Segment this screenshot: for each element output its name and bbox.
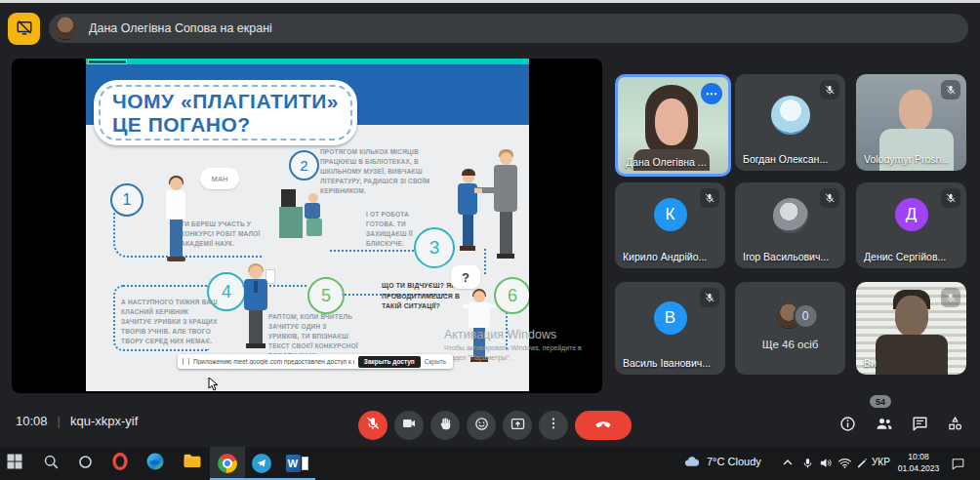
step-text-1: ТИ БЕРЕШ УЧАСТЬ У КОНКУРСІ РОБІТ МАЛОЇ А… bbox=[181, 220, 266, 249]
overflow-avatar-2: 0 bbox=[793, 303, 818, 329]
participant-name: Ігор Васильович... bbox=[743, 251, 829, 262]
participant-tile-self[interactable]: Ви bbox=[856, 282, 966, 375]
stop-sharing-button[interactable]: Закрыть доступ bbox=[358, 356, 421, 368]
weather-cloud-icon bbox=[683, 454, 701, 471]
participant-name: Василь Іванович... bbox=[623, 357, 711, 369]
more-vertical-icon bbox=[546, 416, 561, 435]
emoji-icon bbox=[473, 416, 490, 436]
avatar bbox=[773, 198, 808, 233]
participant-name: Дана Олегівна ... bbox=[626, 156, 707, 168]
share-notice-icon bbox=[183, 358, 189, 365]
step-text-3: І ОТ РОБОТА ГОТОВА. ТИ ЗАХИЩАЄШ ЇЇ БЛИСК… bbox=[366, 210, 436, 249]
cortana-icon bbox=[77, 454, 94, 474]
hide-notice-button[interactable]: Скрыть bbox=[425, 358, 448, 365]
shared-screen-stage: ЧОМУ «ПЛАГІАТИТИ» ЦЕ ПОГАНО? 1 2 3 4 5 6… bbox=[12, 59, 602, 393]
chat-icon bbox=[911, 415, 929, 437]
cortana-button[interactable] bbox=[72, 451, 98, 476]
separator: | bbox=[58, 414, 61, 428]
taskbar-opera-button[interactable] bbox=[107, 451, 133, 476]
participant-name: Денис Сергійов... bbox=[864, 251, 946, 262]
tray-expand-chevron[interactable] bbox=[779, 454, 796, 471]
windows-logo-icon bbox=[7, 454, 22, 473]
reactions-button[interactable] bbox=[467, 411, 496, 440]
tile-menu-button[interactable]: ⋯ bbox=[701, 83, 722, 104]
tray-pen-icon[interactable] bbox=[853, 454, 871, 471]
opera-icon bbox=[110, 452, 130, 475]
mic-off-icon bbox=[700, 288, 719, 307]
taskbar-telegram-button[interactable] bbox=[249, 451, 274, 476]
presenting-banner-text: Дана Олегівна Сопова на екрані bbox=[89, 21, 272, 35]
participant-tile-denys[interactable]: Д Денис Сергійов... bbox=[856, 182, 966, 268]
action-center-icon[interactable] bbox=[949, 455, 966, 472]
camera-icon bbox=[401, 416, 417, 435]
tray-mic-icon[interactable] bbox=[798, 454, 816, 471]
screen-share-off-icon bbox=[16, 19, 33, 40]
participant-name: Ви bbox=[864, 357, 877, 369]
taskbar-edge-button[interactable] bbox=[143, 451, 168, 476]
dotted-path bbox=[330, 250, 414, 254]
start-button[interactable] bbox=[2, 451, 27, 476]
hand-icon bbox=[438, 417, 453, 435]
question-bubble: ? bbox=[451, 265, 480, 289]
participant-tile-vasyl[interactable]: В Василь Іванович... bbox=[615, 282, 725, 375]
illustration-computer-desk bbox=[279, 185, 330, 242]
language-indicator[interactable]: УКР bbox=[872, 457, 890, 467]
mic-off-icon bbox=[941, 188, 960, 208]
tray-volume-icon[interactable] bbox=[817, 454, 835, 471]
participant-count-badge: 54 bbox=[870, 395, 891, 408]
raise-hand-button[interactable] bbox=[430, 411, 460, 440]
chat-button[interactable] bbox=[908, 414, 931, 437]
share-notice-message: Приложению meet.google.com предоставлен … bbox=[193, 358, 354, 365]
participant-name: Богдан Олексан... bbox=[743, 153, 828, 165]
taskbar-clock[interactable]: 10:08 01.04.2023 bbox=[894, 451, 943, 475]
step-text-4: А НАСТУПНОГО ТИЖНЯ ВАШ КЛАСНИЙ КЕРІВНИК … bbox=[121, 298, 219, 346]
more-options-button[interactable] bbox=[539, 411, 568, 440]
meeting-info: 10:08 | kqu-xkpx-yif bbox=[16, 394, 138, 447]
present-icon bbox=[510, 416, 526, 436]
participant-tile-volodymyr[interactable]: Volodymyr Prosh... bbox=[856, 74, 966, 171]
slide-title-line1: ЧОМУ «ПЛАГІАТИТИ» bbox=[112, 90, 339, 113]
participant-tile-kyrylo[interactable]: К Кирило Андрійо... bbox=[615, 182, 725, 268]
mouse-cursor bbox=[208, 377, 219, 395]
show-participants-button[interactable] bbox=[873, 414, 896, 437]
meeting-details-button[interactable] bbox=[836, 414, 859, 437]
illustration-boy-paper bbox=[236, 263, 277, 361]
slide-title-line2: ЦЕ ПОГАНО? bbox=[112, 113, 339, 137]
people-icon bbox=[875, 414, 894, 437]
presentation-chip-button[interactable] bbox=[8, 13, 40, 45]
present-screen-button[interactable] bbox=[503, 411, 532, 440]
watermark-line1: Активация Windows bbox=[444, 328, 600, 341]
telegram-icon bbox=[252, 454, 271, 473]
camera-toggle-button[interactable] bbox=[394, 411, 424, 440]
step-circle-2: 2 bbox=[289, 150, 319, 180]
participant-tile-bohdan[interactable]: Богдан Олексан... bbox=[735, 74, 845, 171]
tray-network-icon[interactable] bbox=[836, 454, 853, 471]
step-circle-6: 6 bbox=[494, 277, 529, 314]
taskbar-chrome-button[interactable] bbox=[215, 451, 240, 476]
weather-text[interactable]: 7°C Cloudy bbox=[707, 456, 761, 467]
thought-bubble: МАН bbox=[200, 168, 239, 189]
participant-name: Кирило Андрійо... bbox=[623, 251, 707, 262]
end-call-button[interactable] bbox=[575, 411, 632, 440]
phone-hangup-icon bbox=[593, 414, 613, 437]
mic-off-icon bbox=[700, 188, 719, 208]
chrome-icon bbox=[218, 454, 237, 473]
mic-off-icon bbox=[941, 80, 960, 100]
activities-button[interactable] bbox=[943, 414, 966, 437]
mic-toggle-button[interactable] bbox=[358, 411, 388, 440]
avatar-letter: Д bbox=[895, 198, 928, 231]
participant-tile-ihor[interactable]: Ігор Васильович... bbox=[735, 182, 845, 268]
taskbar-search-button[interactable] bbox=[38, 451, 63, 476]
illustration-handshake bbox=[455, 144, 529, 261]
taskbar-explorer-button[interactable] bbox=[180, 451, 205, 476]
taskbar-word-button[interactable]: W bbox=[284, 451, 309, 476]
avatar-letter: К bbox=[654, 198, 687, 231]
info-icon bbox=[838, 415, 857, 437]
clock-time: 10:08 bbox=[16, 414, 48, 428]
step-text-2: ПРОТЯГОМ КІЛЬКОХ МІСЯЦІВ ПРАЦЮЄШ В БІБЛІ… bbox=[320, 147, 435, 196]
participant-tile-dana[interactable]: ⋯ Дана Олегівна ... bbox=[615, 74, 731, 177]
step-circle-1: 1 bbox=[110, 183, 143, 217]
windows-activation-watermark: Активация Windows Чтобы активировать Win… bbox=[444, 328, 600, 363]
taskbar-time: 10:08 bbox=[894, 451, 943, 462]
participant-tile-overflow[interactable]: 0 Ще 46 осіб bbox=[735, 282, 845, 375]
